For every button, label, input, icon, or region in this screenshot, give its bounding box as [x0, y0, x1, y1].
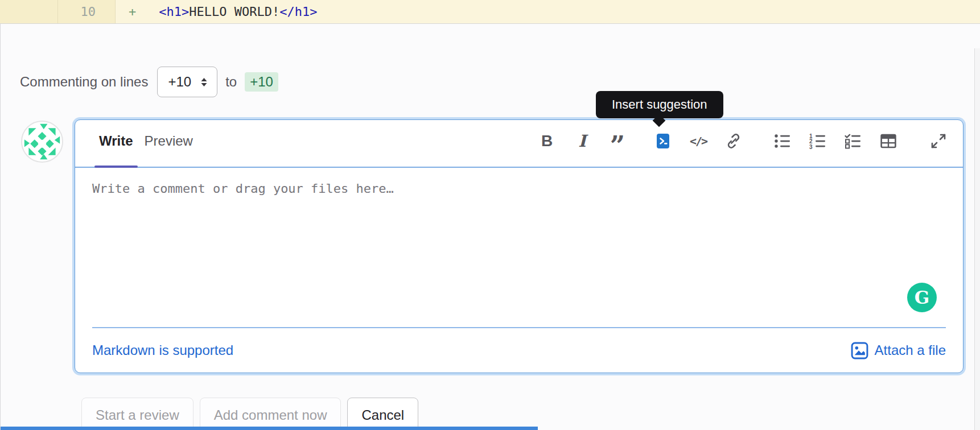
merge-request-comment-view: 10 +<h1>HELLO WORLD!</h1> Commenting on … [0, 0, 980, 430]
numbered-list-button[interactable]: 1 2 3 [809, 133, 826, 150]
end-line-badge: +10 [245, 72, 278, 92]
code-icon: </> [690, 134, 707, 148]
attach-file-label: Attach a file [875, 342, 946, 358]
table-icon [880, 133, 897, 150]
commenting-label: Commenting on lines [20, 74, 148, 90]
italic-button[interactable]: I [574, 133, 591, 150]
bold-icon: B [541, 132, 553, 150]
fullscreen-button[interactable] [930, 133, 947, 150]
quote-button[interactable]: ” [609, 133, 626, 150]
markdown-supported-link[interactable]: Markdown is supported [92, 342, 233, 358]
chevron-up-down-icon [199, 77, 209, 88]
editor-body: G [75, 168, 963, 327]
bold-button[interactable]: B [538, 133, 555, 150]
old-line-number-cell [0, 0, 58, 23]
commenting-on-lines-row: Commenting on lines +10 to +10 [20, 66, 278, 98]
diff-selection-bar [1, 427, 538, 430]
tooltip-text: Insert suggestion [612, 97, 707, 112]
attach-file-button[interactable]: Attach a file [851, 342, 946, 359]
link-button[interactable] [725, 133, 742, 150]
tab-preview-label: Preview [145, 133, 193, 149]
start-line-value: +10 [168, 74, 191, 90]
editor-footer: Markdown is supported Attach a file [75, 328, 963, 373]
editor-tabs: Write Preview [94, 123, 197, 159]
start-review-button[interactable]: Start a review [81, 398, 193, 430]
insert-suggestion-tooltip: Insert suggestion [596, 91, 723, 118]
comment-textarea[interactable] [75, 168, 963, 327]
fullscreen-icon [930, 133, 947, 150]
to-label: to [225, 74, 237, 90]
task-list-icon [845, 133, 862, 150]
cancel-button[interactable]: Cancel [347, 398, 418, 430]
grammarly-icon[interactable]: G [907, 283, 937, 312]
task-list-button[interactable] [845, 133, 862, 150]
insert-suggestion-button[interactable] [654, 133, 672, 150]
avatar [21, 121, 63, 163]
added-line-sign: + [116, 5, 136, 19]
new-line-number-cell: 10 [58, 0, 116, 23]
start-line-select[interactable]: +10 [157, 67, 217, 97]
code-open-tag: <h1> [159, 5, 189, 19]
formatting-toolbar: B I ” [538, 133, 947, 150]
identicon-pattern [22, 122, 62, 162]
add-comment-now-button[interactable]: Add comment now [200, 398, 341, 430]
svg-text:3: 3 [809, 144, 813, 150]
bullet-list-button[interactable] [774, 133, 791, 150]
tab-preview[interactable]: Preview [140, 123, 197, 159]
insert-suggestion-icon [655, 133, 671, 150]
comment-actions: Start a review Add comment now Cancel [81, 398, 418, 430]
diff-line-row: 10 +<h1>HELLO WORLD!</h1> [0, 0, 980, 24]
table-button[interactable] [880, 133, 897, 150]
comment-editor: Write Preview B I ” [75, 119, 963, 373]
numbered-list-icon: 1 2 3 [809, 133, 826, 150]
code-text: HELLO WORLD! [189, 5, 279, 19]
code-button[interactable]: </> [690, 133, 707, 150]
attach-image-icon [851, 342, 868, 359]
diff-code-cell: +<h1>HELLO WORLD!</h1> [116, 0, 980, 23]
link-icon [725, 133, 742, 150]
tab-write[interactable]: Write [94, 123, 138, 159]
italic-icon: I [578, 131, 586, 151]
editor-header: Write Preview B I ” [75, 120, 963, 168]
tab-write-label: Write [99, 133, 133, 149]
code-close-tag: </h1> [279, 5, 317, 19]
bullet-list-icon [774, 133, 791, 150]
comment-form: Commenting on lines +10 to +10 [0, 24, 980, 430]
scrollbar-gutter [974, 48, 980, 430]
quote-icon: ” [610, 143, 625, 148]
